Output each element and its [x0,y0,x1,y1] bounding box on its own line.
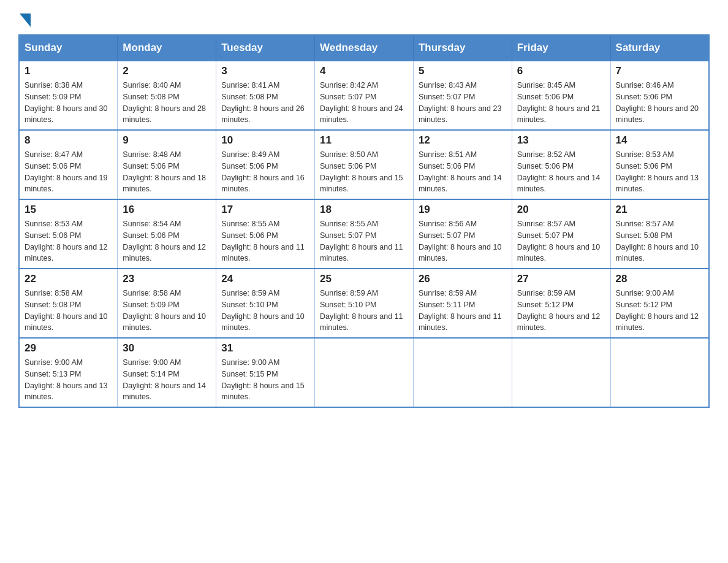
sunset-label: Sunset: 5:06 PM [25,231,81,240]
sunrise-label: Sunrise: 8:58 AM [25,289,83,297]
sunrise-label: Sunrise: 8:48 AM [123,150,181,159]
sunrise-label: Sunrise: 8:47 AM [25,150,83,159]
calendar-cell: 18 Sunrise: 8:55 AM Sunset: 5:07 PM Dayl… [315,199,414,269]
sunrise-label: Sunrise: 8:42 AM [320,81,378,90]
day-info: Sunrise: 9:00 AM Sunset: 5:13 PM Dayligh… [25,357,112,403]
day-number: 27 [517,273,605,285]
day-number: 17 [221,204,309,216]
daylight-label: Daylight: 8 hours and 23 minutes. [419,104,502,124]
day-number: 11 [320,134,408,147]
daylight-label: Daylight: 8 hours and 10 minutes. [517,243,601,263]
day-info: Sunrise: 8:58 AM Sunset: 5:08 PM Dayligh… [25,288,112,334]
sunset-label: Sunset: 5:06 PM [517,93,574,101]
sunrise-label: Sunrise: 8:46 AM [616,81,674,90]
calendar-table: SundayMondayTuesdayWednesdayThursdayFrid… [18,34,710,408]
day-info: Sunrise: 8:42 AM Sunset: 5:07 PM Dayligh… [320,80,408,126]
day-info: Sunrise: 8:58 AM Sunset: 5:09 PM Dayligh… [123,288,211,334]
sunrise-label: Sunrise: 8:56 AM [419,220,477,228]
calendar-cell: 31 Sunrise: 9:00 AM Sunset: 5:15 PM Dayl… [216,338,315,407]
sunrise-label: Sunrise: 8:49 AM [221,150,279,159]
day-info: Sunrise: 8:43 AM Sunset: 5:07 PM Dayligh… [419,80,507,126]
sunrise-label: Sunrise: 8:55 AM [221,220,279,228]
svg-marker-0 [20,13,31,27]
daylight-label: Daylight: 8 hours and 26 minutes. [221,104,305,124]
sunrise-label: Sunrise: 8:51 AM [419,150,477,159]
day-number: 30 [123,342,211,354]
calendar-cell: 1 Sunrise: 8:38 AM Sunset: 5:09 PM Dayli… [19,61,118,130]
calendar-cell: 4 Sunrise: 8:42 AM Sunset: 5:07 PM Dayli… [315,61,414,130]
calendar-week-row: 15 Sunrise: 8:53 AM Sunset: 5:06 PM Dayl… [19,199,709,269]
day-number: 23 [123,273,211,285]
sunset-label: Sunset: 5:07 PM [419,93,475,101]
sunrise-label: Sunrise: 8:53 AM [25,220,83,228]
day-number: 21 [616,204,703,216]
calendar-cell: 16 Sunrise: 8:54 AM Sunset: 5:06 PM Dayl… [118,199,216,269]
calendar-cell: 9 Sunrise: 8:48 AM Sunset: 5:06 PM Dayli… [118,130,216,199]
sunset-label: Sunset: 5:13 PM [25,370,81,378]
day-number: 5 [419,65,507,77]
sunrise-label: Sunrise: 9:00 AM [123,358,181,367]
sunrise-label: Sunrise: 8:55 AM [320,220,378,228]
sunset-label: Sunset: 5:07 PM [419,231,475,240]
calendar-cell: 30 Sunrise: 9:00 AM Sunset: 5:14 PM Dayl… [118,338,216,407]
day-info: Sunrise: 8:55 AM Sunset: 5:07 PM Dayligh… [320,218,408,264]
day-number: 26 [419,273,507,285]
calendar-header-row: SundayMondayTuesdayWednesdayThursdayFrid… [19,35,709,61]
daylight-label: Daylight: 8 hours and 21 minutes. [517,104,601,124]
daylight-label: Daylight: 8 hours and 28 minutes. [123,104,206,124]
col-header-tuesday: Tuesday [216,35,315,61]
calendar-cell [610,338,709,407]
calendar-cell: 13 Sunrise: 8:52 AM Sunset: 5:06 PM Dayl… [512,130,610,199]
sunset-label: Sunset: 5:07 PM [320,231,376,240]
day-info: Sunrise: 8:57 AM Sunset: 5:07 PM Dayligh… [517,218,605,264]
day-number: 29 [25,342,112,354]
day-info: Sunrise: 8:40 AM Sunset: 5:08 PM Dayligh… [123,80,211,126]
daylight-label: Daylight: 8 hours and 30 minutes. [25,104,108,124]
col-header-wednesday: Wednesday [315,35,414,61]
day-info: Sunrise: 8:53 AM Sunset: 5:06 PM Dayligh… [616,149,703,195]
calendar-cell: 20 Sunrise: 8:57 AM Sunset: 5:07 PM Dayl… [512,199,610,269]
sunset-label: Sunset: 5:08 PM [25,301,81,309]
day-number: 14 [616,134,703,147]
col-header-friday: Friday [512,35,610,61]
calendar-cell: 17 Sunrise: 8:55 AM Sunset: 5:06 PM Dayl… [216,199,315,269]
day-info: Sunrise: 8:57 AM Sunset: 5:08 PM Dayligh… [616,218,703,264]
daylight-label: Daylight: 8 hours and 15 minutes. [320,174,403,194]
calendar-week-row: 8 Sunrise: 8:47 AM Sunset: 5:06 PM Dayli… [19,130,709,199]
sunrise-label: Sunrise: 8:40 AM [123,81,181,90]
calendar-cell [315,338,414,407]
daylight-label: Daylight: 8 hours and 11 minutes. [320,312,403,332]
day-info: Sunrise: 9:00 AM Sunset: 5:14 PM Dayligh… [123,357,211,403]
sunrise-label: Sunrise: 8:38 AM [25,81,83,90]
day-number: 20 [517,204,605,216]
sunset-label: Sunset: 5:06 PM [221,231,278,240]
day-info: Sunrise: 8:53 AM Sunset: 5:06 PM Dayligh… [25,218,112,264]
daylight-label: Daylight: 8 hours and 18 minutes. [123,174,206,194]
day-info: Sunrise: 8:46 AM Sunset: 5:06 PM Dayligh… [616,80,703,126]
sunset-label: Sunset: 5:15 PM [221,370,278,378]
sunset-label: Sunset: 5:06 PM [517,162,574,170]
sunset-label: Sunset: 5:08 PM [221,93,278,101]
daylight-label: Daylight: 8 hours and 12 minutes. [123,243,206,263]
daylight-label: Daylight: 8 hours and 13 minutes. [25,381,108,402]
col-header-thursday: Thursday [413,35,512,61]
sunset-label: Sunset: 5:06 PM [616,93,672,101]
daylight-label: Daylight: 8 hours and 10 minutes. [25,312,108,332]
sunrise-label: Sunrise: 8:58 AM [123,289,181,297]
calendar-cell: 14 Sunrise: 8:53 AM Sunset: 5:06 PM Dayl… [610,130,709,199]
day-number: 12 [419,134,507,147]
daylight-label: Daylight: 8 hours and 12 minutes. [616,312,699,332]
daylight-label: Daylight: 8 hours and 10 minutes. [221,312,305,332]
calendar-cell: 7 Sunrise: 8:46 AM Sunset: 5:06 PM Dayli… [610,61,709,130]
daylight-label: Daylight: 8 hours and 14 minutes. [419,174,502,194]
daylight-label: Daylight: 8 hours and 12 minutes. [517,312,601,332]
sunset-label: Sunset: 5:07 PM [517,231,574,240]
daylight-label: Daylight: 8 hours and 10 minutes. [419,243,502,263]
col-header-monday: Monday [118,35,216,61]
day-info: Sunrise: 8:52 AM Sunset: 5:06 PM Dayligh… [517,149,605,195]
day-number: 4 [320,65,408,77]
day-number: 15 [25,204,112,216]
day-number: 19 [419,204,507,216]
calendar-week-row: 1 Sunrise: 8:38 AM Sunset: 5:09 PM Dayli… [19,61,709,130]
daylight-label: Daylight: 8 hours and 11 minutes. [419,312,502,332]
